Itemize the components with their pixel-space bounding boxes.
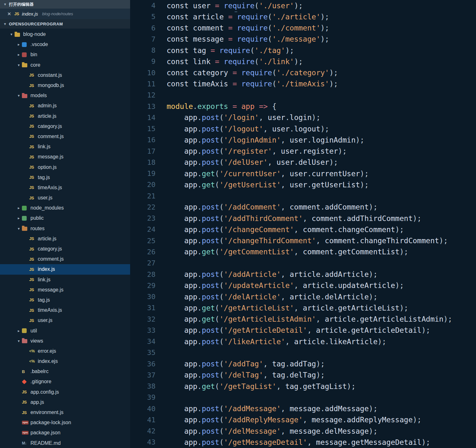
chevron-right-icon[interactable]: ▸ (16, 42, 22, 47)
tree-item-tag-js[interactable]: JStag.js (0, 295, 130, 305)
tree-item--vscode[interactable]: ▸.vscode (0, 39, 130, 50)
tree-item-models[interactable]: ▾models (0, 90, 130, 101)
tree-item-option-js[interactable]: JSoption.js (0, 162, 130, 172)
tree-item-index-ejs[interactable]: <%index.ejs (0, 356, 130, 366)
tree-item-app-js[interactable]: JSapp.js (0, 397, 130, 407)
tree-item-package-lock-json[interactable]: npmpackage-lock.json (0, 418, 130, 428)
tree-item-public[interactable]: ▸public (0, 213, 130, 223)
code-line[interactable]: 13module.exports = app => { (130, 101, 476, 112)
code-line[interactable]: 42 app.post('/delMessage', message.delMe… (130, 425, 476, 437)
tree-item-user-js[interactable]: JSuser.js (0, 315, 130, 325)
folder-yellow-icon (22, 63, 27, 67)
tree-item-category-js[interactable]: JScategory.js (0, 121, 130, 131)
code-line[interactable]: 21 (130, 191, 476, 202)
code-line[interactable]: 11const timeAxis = require('./timeAxis')… (130, 78, 476, 90)
tree-item-comment-js[interactable]: JScomment.js (0, 254, 130, 264)
tree-item-admin-js[interactable]: JSadmin.js (0, 101, 130, 111)
open-editor-item[interactable]: ✕ JS index.js blog-node/routes (0, 9, 130, 19)
chevron-right-icon[interactable]: ▸ (16, 52, 22, 57)
tree-item-core[interactable]: ▾core (0, 60, 130, 70)
code-line[interactable]: 5const article = require('./article'); (130, 11, 476, 22)
chevron-down-icon[interactable]: ▾ (16, 226, 22, 231)
chevron-right-icon[interactable]: ▸ (16, 206, 22, 210)
code-line[interactable]: 29 app.post('/updateArticle', article.up… (130, 280, 476, 291)
chevron-down-icon[interactable]: ▾ (16, 93, 22, 98)
tree-item-article-js[interactable]: JSarticle.js (0, 111, 130, 121)
code-line[interactable]: 18 app.post('/delUser', user.delUser); (130, 157, 476, 168)
tree-item-views[interactable]: ▾views (0, 336, 130, 346)
code-line[interactable]: 22 app.post('/addComment', comment.addCo… (130, 202, 476, 213)
tree-item-bin[interactable]: ▸bin (0, 50, 130, 60)
icon-slot: JS (29, 236, 38, 241)
code-line[interactable]: 35 (130, 347, 476, 358)
tree-item-link-js[interactable]: JSlink.js (0, 142, 130, 152)
tree-item-user-js[interactable]: JSuser.js (0, 193, 130, 203)
chevron-right-icon[interactable]: ▸ (16, 329, 22, 333)
code-line[interactable]: 23 app.post('/addThirdComment', comment.… (130, 213, 476, 224)
tree-item-comment-js[interactable]: JScomment.js (0, 131, 130, 142)
code-line[interactable]: 32 app.get('/getArticleListAdmin', artic… (130, 313, 476, 324)
code-line[interactable]: 19 app.get('/currentUser', user.currentU… (130, 168, 476, 179)
tree-item-blog-node[interactable]: ▾blog-node (0, 29, 130, 39)
code-line[interactable]: 33 app.post('/getArticleDetail', article… (130, 325, 476, 336)
code-line[interactable]: 28 app.post('/addArticle', article.addAr… (130, 269, 476, 280)
code-line[interactable]: 34 app.post('/likeArticle', article.like… (130, 336, 476, 347)
tree-item-readme-md[interactable]: M↓README.md (0, 438, 130, 448)
tree-item--babelrc[interactable]: B.babelrc (0, 366, 130, 377)
project-section-header[interactable]: ▾ OPENSOURCEPROGRAM (0, 19, 130, 29)
chevron-down-icon[interactable]: ▾ (8, 32, 15, 37)
code-line[interactable]: 16 app.post('/loginAdmin', user.loginAdm… (130, 134, 476, 145)
tree-item-category-js[interactable]: JScategory.js (0, 244, 130, 254)
tree-item-timeaxis-js[interactable]: JStimeAxis.js (0, 305, 130, 315)
code-line[interactable]: 15 app.post('/logout', user.logout); (130, 123, 476, 134)
tree-item-environment-js[interactable]: JSenvironment.js (0, 407, 130, 418)
tree-item--gitignore[interactable]: .gitignore (0, 377, 130, 387)
chevron-right-icon[interactable]: ▸ (16, 216, 22, 220)
code-line[interactable]: 10const category = require('./category')… (130, 67, 476, 78)
code-editor[interactable]: 4const user = require('./user');5const a… (130, 0, 476, 448)
chevron-down-icon[interactable]: ▾ (16, 63, 22, 67)
code-line[interactable]: 30 app.post('/delArticle', article.delAr… (130, 291, 476, 302)
code-line[interactable]: 27 (130, 257, 476, 269)
open-editors-header[interactable]: ▾ 打开的编辑器 (0, 0, 130, 9)
code-line[interactable]: 17 app.post('/register', user.register); (130, 145, 476, 157)
tree-item-package-json[interactable]: npmpackage.json (0, 428, 130, 438)
tree-item-mongodb-js[interactable]: JSmongodb.js (0, 80, 130, 90)
code-line[interactable]: 25 app.post('/changeThirdComment', comme… (130, 235, 476, 246)
code-area[interactable]: 4const user = require('./user');5const a… (130, 0, 476, 448)
code-line[interactable]: 40 app.post('/addMessage', message.addMe… (130, 403, 476, 414)
tree-item-node-modules[interactable]: ▸node_modules (0, 203, 130, 213)
tree-item-index-js[interactable]: JSindex.js (0, 264, 130, 274)
tree-item-article-js[interactable]: JSarticle.js (0, 234, 130, 244)
code-line[interactable]: 8const tag = require('./tag'); (130, 45, 476, 56)
code-line[interactable]: 43 app.post('/getMessageDetail', message… (130, 437, 476, 448)
code-line[interactable]: 26 app.get('/getCommentList', comment.ge… (130, 246, 476, 257)
code-line[interactable]: 20 app.get('/getUserList', user.getUserL… (130, 179, 476, 190)
tree-item-routes[interactable]: ▾routes (0, 224, 130, 234)
code-line[interactable]: 4const user = require('./user'); (130, 0, 476, 11)
tree-item-app-config-js[interactable]: JSapp.config.js (0, 387, 130, 397)
code-line[interactable]: 6const comment = require('./comment'); (130, 23, 476, 34)
tree-item-link-js[interactable]: JSlink.js (0, 275, 130, 285)
close-icon[interactable]: ✕ (7, 11, 11, 17)
code-line[interactable]: 41 app.post('/addReplyMessage', message.… (130, 414, 476, 425)
code-line[interactable]: 24 app.post('/changeComment', comment.ch… (130, 224, 476, 235)
line-number: 30 (130, 293, 155, 301)
tree-item-timeaxis-js[interactable]: JStimeAxis.js (0, 183, 130, 193)
code-line[interactable]: 31 app.get('/getArticleList', article.ge… (130, 302, 476, 313)
code-line[interactable]: 7const message = require('./message'); (130, 34, 476, 45)
tree-item-message-js[interactable]: JSmessage.js (0, 152, 130, 162)
tree-item-error-ejs[interactable]: <%error.ejs (0, 346, 130, 356)
chevron-down-icon[interactable]: ▾ (16, 339, 22, 343)
code-line[interactable]: 37 app.post('/delTag', tag.delTag); (130, 370, 476, 381)
code-line[interactable]: 14 app.post('/login', user.login); (130, 112, 476, 123)
tree-item-constant-js[interactable]: JSconstant.js (0, 70, 130, 80)
tree-item-message-js[interactable]: JSmessage.js (0, 285, 130, 295)
tree-item-tag-js[interactable]: JStag.js (0, 172, 130, 183)
code-line[interactable]: 12 (130, 90, 476, 101)
tree-item-util[interactable]: ▸util (0, 325, 130, 336)
code-line[interactable]: 36 app.post('/addTag', tag.addTag); (130, 358, 476, 370)
code-line[interactable]: 38 app.get('/getTagList', tag.getTagList… (130, 381, 476, 392)
code-line[interactable]: 9const link = require('./link'); (130, 56, 476, 67)
code-line[interactable]: 39 (130, 392, 476, 403)
